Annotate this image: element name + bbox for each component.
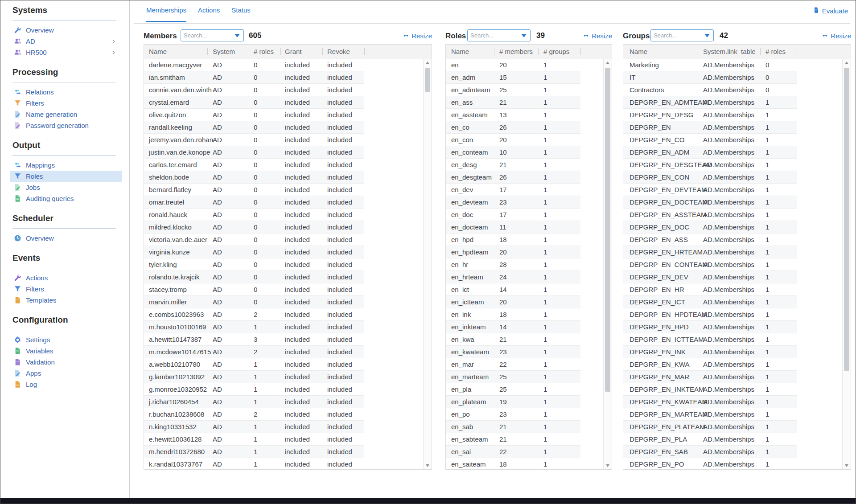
table-row[interactable]: DEPGRP_EN_DOCAD.Memberships1	[623, 221, 797, 234]
sidebar-item-validation[interactable]: Validation	[12, 356, 116, 368]
table-row[interactable]: m.hendri10372680AD1includedincluded	[144, 446, 364, 458]
table-row[interactable]: DEPGRP_EN_DEVTEAMAD.Memberships1	[623, 184, 797, 196]
table-row[interactable]: DEPGRP_EN_SABAD.Memberships1	[623, 446, 797, 458]
sidebar-item-ad[interactable]: AD	[12, 36, 116, 47]
tab-status[interactable]: Status	[231, 6, 251, 22]
table-row[interactable]: e.combs10023963AD2includedincluded	[144, 308, 364, 321]
groups-search-input[interactable]	[651, 32, 704, 39]
table-row[interactable]: DEPGRP_EN_COAD.Memberships1	[623, 134, 797, 146]
groups-resize-button[interactable]: Resize	[822, 32, 851, 40]
table-row[interactable]: k.randal10373767AD1includedincluded	[144, 458, 364, 469]
dropdown-arrow-icon[interactable]	[235, 34, 240, 37]
table-row[interactable]: DEPGRP_EN_HRTEAMAD.Memberships1	[623, 246, 797, 258]
table-row[interactable]: ian.smithamAD0includedincluded	[144, 71, 364, 84]
table-row[interactable]: crystal.emardAD0includedincluded	[144, 96, 364, 109]
members-resize-button[interactable]: Resize	[403, 32, 432, 40]
table-row[interactable]: darlene.macgyverAD0includedincluded	[144, 59, 364, 71]
table-row[interactable]: n.king10331532AD1includedincluded	[144, 421, 364, 433]
dropdown-arrow-icon[interactable]	[521, 34, 527, 37]
scrollbar-thumb[interactable]	[844, 68, 849, 371]
column-separator[interactable]	[364, 48, 365, 55]
table-row[interactable]: en_admteam251	[446, 84, 580, 96]
table-row[interactable]: a.webb10210780AD1includedincluded	[144, 358, 364, 371]
column-header[interactable]: # roles	[254, 48, 274, 55]
scroll-down-button[interactable]	[843, 462, 851, 469]
table-row[interactable]: tyler.klingAD0includedincluded	[144, 258, 364, 271]
table-row[interactable]: DEPGRP_EN_DEVAD.Memberships1	[623, 271, 797, 283]
table-row[interactable]: randall.keelingAD0includedincluded	[144, 121, 364, 134]
sidebar-item-auditing-queries[interactable]: Auditing queries	[12, 193, 116, 204]
column-header[interactable]: # roles	[765, 48, 786, 55]
sidebar-item-name-generation[interactable]: Name generation	[12, 109, 116, 120]
column-header[interactable]: System	[213, 48, 235, 55]
tab-actions[interactable]: Actions	[198, 6, 220, 22]
sidebar-item-mappings[interactable]: Mappings	[12, 160, 116, 171]
table-row[interactable]: en_po231	[446, 408, 580, 421]
scroll-up-button[interactable]	[424, 59, 432, 66]
sidebar-item-variables[interactable]: Variables	[12, 345, 116, 356]
table-row[interactable]: DEPGRP_EN_HPDTEAMAD.Memberships1	[623, 308, 797, 321]
table-row[interactable]: carlos.ter.emardAD0includedincluded	[144, 159, 364, 171]
table-row[interactable]: en_inkteam141	[446, 321, 580, 333]
column-separator[interactable]	[797, 48, 797, 55]
table-row[interactable]: DEPGRP_EN_PLAAD.Memberships1	[623, 433, 797, 446]
table-row[interactable]: en_ict141	[446, 283, 580, 296]
table-row[interactable]: en_docteam111	[446, 221, 580, 234]
table-row[interactable]: en_conteam101	[446, 146, 580, 159]
table-row[interactable]: marvin.millerAD0includedincluded	[144, 296, 364, 308]
table-row[interactable]: en_kwateam231	[446, 346, 580, 358]
table-row[interactable]: ITAD.Memberships0	[623, 71, 797, 84]
table-row[interactable]: connie.van.den.winthAD0includedincluded	[144, 84, 364, 96]
roles-search-input[interactable]	[468, 32, 521, 39]
table-row[interactable]: DEPGRP_EN_DOCTEAMAD.Memberships1	[623, 196, 797, 209]
table-row[interactable]: DEPGRP_EN_MARAD.Memberships1	[623, 371, 797, 383]
column-separator[interactable]	[580, 48, 581, 55]
sidebar-item-overview[interactable]: Overview	[12, 25, 116, 36]
scroll-down-button[interactable]	[424, 462, 432, 469]
table-row[interactable]: g.lamber10213092AD1includedincluded	[144, 371, 364, 383]
table-row[interactable]: DEPGRP_EN_INKAD.Memberships1	[623, 346, 797, 358]
table-row[interactable]: en_desg211	[446, 159, 580, 171]
roles-resize-button[interactable]: Resize	[583, 32, 612, 40]
column-header[interactable]: # members	[499, 48, 533, 55]
table-row[interactable]: en201	[446, 59, 580, 71]
scroll-down-button[interactable]	[604, 462, 612, 469]
table-row[interactable]: en_kwa211	[446, 333, 580, 346]
column-header[interactable]: Name	[149, 48, 167, 55]
table-row[interactable]: rolando.te.krajcikAD0includedincluded	[144, 271, 364, 283]
table-row[interactable]: g.monroe10320952AD1includedincluded	[144, 383, 364, 396]
table-row[interactable]: victoria.van.de.auerAD0includedincluded	[144, 234, 364, 246]
members-search-dropdown[interactable]	[181, 29, 244, 41]
table-row[interactable]: m.mcdowe10147615AD2includedincluded	[144, 346, 364, 358]
column-separator[interactable]	[760, 48, 761, 55]
table-row[interactable]: en_hrteam241	[446, 271, 580, 283]
column-header[interactable]: Revoke	[327, 48, 350, 55]
table-row[interactable]: DEPGRP_EN_CONAD.Memberships1	[623, 171, 797, 184]
sidebar-item-actions[interactable]: Actions	[12, 272, 116, 283]
evaluate-button[interactable]: Evaluate	[813, 7, 848, 15]
table-row[interactable]: DEPGRP_EN_DESGTEAMAD.Memberships1	[623, 159, 797, 171]
table-row[interactable]: DEPGRP_EN_DESGAD.Memberships1	[623, 109, 797, 121]
sidebar-item-relations[interactable]: Relations	[12, 86, 116, 98]
table-row[interactable]: DEPGRP_EN_CONTEAMAD.Memberships1	[623, 258, 797, 271]
column-separator[interactable]	[494, 48, 494, 55]
table-row[interactable]: DEPGRP_EN_HRAD.Memberships1	[623, 283, 797, 296]
table-row[interactable]: a.hewitt10147387AD3includedincluded	[144, 333, 364, 346]
table-row[interactable]: sheldon.bodeAD0includedincluded	[144, 171, 364, 184]
table-row[interactable]: en_mar221	[446, 358, 580, 371]
table-row[interactable]: DEPGRP_EN_ADMTEAMAD.Memberships1	[623, 96, 797, 109]
table-row[interactable]: e.hewitt10036128AD1includedincluded	[144, 433, 364, 446]
column-header[interactable]: # groups	[543, 48, 569, 55]
table-row[interactable]: DEPGRP_EN_MARTEAMAD.Memberships1	[623, 408, 797, 421]
table-row[interactable]: DEPGRP_EN_ASSTEAMAD.Memberships1	[623, 209, 797, 221]
table-row[interactable]: DEPGRP_EN_ADMAD.Memberships1	[623, 146, 797, 159]
table-row[interactable]: en_assteam131	[446, 109, 580, 121]
table-row[interactable]: en_sab211	[446, 421, 580, 433]
table-row[interactable]: ronald.hauckAD0includedincluded	[144, 209, 364, 221]
scrollbar-thumb[interactable]	[425, 68, 430, 92]
table-row[interactable]: bernard.flatleyAD0includedincluded	[144, 184, 364, 196]
sidebar-item-roles[interactable]: Roles	[10, 171, 122, 182]
table-row[interactable]: en_marteam251	[446, 371, 580, 383]
table-row[interactable]: DEPGRP_EN_KWAAD.Memberships1	[623, 358, 797, 371]
table-row[interactable]: en_devteam231	[446, 196, 580, 209]
